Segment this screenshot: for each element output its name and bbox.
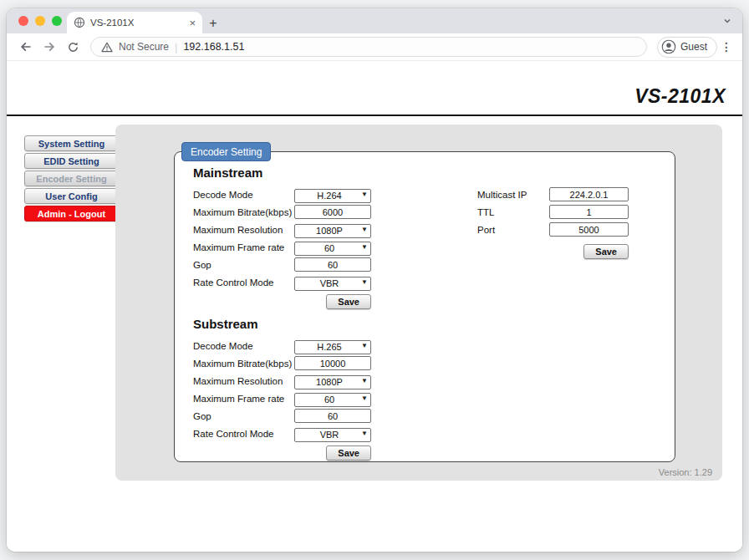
field-label: Gop bbox=[193, 411, 294, 421]
multicast-ip-row: Multicast IP bbox=[477, 187, 629, 201]
globe-favicon-icon bbox=[74, 17, 85, 28]
substream-resolution-select[interactable]: 1080P bbox=[294, 375, 371, 389]
encoder-setting-panel: Encoder Setting Mainstream Decode Mode H… bbox=[174, 151, 675, 462]
substream-rate-control-row: Rate Control Mode VBR▼ bbox=[193, 426, 477, 440]
field-label: Maximum Frame rate bbox=[193, 394, 294, 404]
zoom-window-button[interactable] bbox=[52, 16, 62, 26]
mainstream-framerate-row: Maximum Frame rate 60▼ bbox=[193, 240, 477, 254]
new-tab-button[interactable]: + bbox=[202, 13, 224, 33]
tab-strip: VS-2101X × + bbox=[7, 8, 742, 33]
field-label: TTL bbox=[477, 207, 549, 217]
sidebar-item-user-config[interactable]: User Config bbox=[24, 188, 119, 204]
field-label: Rate Control Mode bbox=[193, 277, 294, 288]
mainstream-resolution-row: Maximum Resolution 1080P▼ bbox=[193, 222, 477, 237]
field-label: Maximum Bitrate(kbps) bbox=[193, 359, 294, 369]
substream-gop-input[interactable] bbox=[294, 409, 371, 423]
mainstream-decode-mode-select[interactable]: H.264 bbox=[294, 189, 371, 203]
content-panel: Encoder Setting Mainstream Decode Mode H… bbox=[115, 125, 722, 481]
mainstream-resolution-select[interactable]: 1080P bbox=[294, 224, 371, 238]
encoder-setting-badge: Encoder Setting bbox=[181, 142, 271, 161]
page-body: System Setting EDID Setting Encoder Sett… bbox=[7, 116, 742, 552]
tab-close-icon[interactable]: × bbox=[189, 18, 196, 28]
substream-decode-mode-row: Decode Mode H.265▼ bbox=[193, 339, 477, 353]
field-label: Multicast IP bbox=[477, 190, 549, 200]
sidebar-item-admin-logout[interactable]: Admin - Logout bbox=[24, 206, 119, 221]
mainstream-gop-row: Gop bbox=[193, 257, 477, 272]
reload-icon[interactable] bbox=[62, 36, 84, 58]
close-window-button[interactable] bbox=[18, 16, 28, 26]
kebab-menu-icon[interactable]: ⋮ bbox=[719, 40, 734, 53]
sidebar-item-edid-setting[interactable]: EDID Setting bbox=[24, 153, 119, 169]
substream-heading: Substream bbox=[193, 317, 477, 331]
back-icon[interactable] bbox=[15, 36, 37, 58]
avatar-icon bbox=[661, 39, 676, 54]
mainstream-bitrate-row: Maximum Bitrate(kbps) bbox=[193, 205, 477, 219]
field-label: Maximum Resolution bbox=[193, 376, 294, 386]
mainstream-framerate-select[interactable]: 60 bbox=[294, 242, 371, 256]
substream-framerate-row: Maximum Frame rate 60▼ bbox=[193, 391, 477, 405]
profile-button[interactable]: Guest bbox=[657, 37, 717, 58]
mainstream-bitrate-input[interactable] bbox=[294, 205, 371, 219]
tab-title: VS-2101X bbox=[90, 18, 184, 28]
substream-bitrate-input[interactable] bbox=[294, 356, 371, 370]
port-row: Port bbox=[477, 222, 629, 237]
warning-icon bbox=[101, 42, 113, 53]
field-label: Decode Mode bbox=[193, 341, 294, 351]
traffic-lights bbox=[18, 16, 62, 26]
multicast-settings-column: Multicast IP TTL Port Save bbox=[477, 165, 629, 468]
field-label: Port bbox=[477, 225, 549, 235]
substream-rate-control-select[interactable]: VBR bbox=[294, 428, 371, 442]
multicast-save-button[interactable]: Save bbox=[583, 244, 629, 259]
page-title: VS-2101X bbox=[634, 85, 726, 108]
mainstream-rate-control-row: Rate Control Mode VBR▼ bbox=[193, 275, 477, 289]
stream-settings-column: Mainstream Decode Mode H.264▼ Maximum Bi… bbox=[193, 165, 477, 468]
substream-framerate-select[interactable]: 60 bbox=[294, 393, 371, 407]
mainstream-rate-control-select[interactable]: VBR bbox=[294, 277, 371, 291]
port-input[interactable] bbox=[549, 222, 629, 237]
mainstream-heading: Mainstream bbox=[193, 165, 477, 180]
ttl-input[interactable] bbox=[549, 205, 629, 219]
browser-tab[interactable]: VS-2101X × bbox=[67, 12, 202, 33]
mainstream-save-button[interactable]: Save bbox=[326, 294, 371, 309]
page-header: VS-2101X bbox=[7, 61, 742, 116]
field-label: Rate Control Mode bbox=[193, 429, 294, 439]
substream-decode-mode-select[interactable]: H.265 bbox=[294, 340, 371, 354]
address-separator: | bbox=[175, 41, 177, 53]
version-label: Version: 1.29 bbox=[659, 467, 712, 477]
url-text: 192.168.1.51 bbox=[183, 41, 244, 53]
browser-window: VS-2101X × + Not Secure | 192.168.1.51 bbox=[7, 8, 742, 552]
minimize-window-button[interactable] bbox=[35, 16, 45, 26]
mainstream-gop-input[interactable] bbox=[294, 257, 371, 272]
sidebar-item-system-setting[interactable]: System Setting bbox=[24, 135, 119, 151]
profile-label: Guest bbox=[680, 41, 707, 53]
field-label: Maximum Frame rate bbox=[193, 242, 294, 252]
mainstream-decode-mode-row: Decode Mode H.264▼ bbox=[193, 187, 477, 201]
chevron-down-icon[interactable] bbox=[722, 16, 732, 26]
field-label: Decode Mode bbox=[193, 190, 294, 200]
browser-toolbar: Not Secure | 192.168.1.51 Guest ⋮ bbox=[7, 33, 742, 61]
field-label: Maximum Bitrate(kbps) bbox=[193, 207, 294, 217]
substream-bitrate-row: Maximum Bitrate(kbps) bbox=[193, 356, 477, 370]
field-label: Gop bbox=[193, 260, 294, 270]
sidebar: System Setting EDID Setting Encoder Sett… bbox=[24, 135, 119, 221]
substream-gop-row: Gop bbox=[193, 409, 477, 423]
security-label: Not Secure bbox=[119, 41, 169, 53]
sidebar-item-encoder-setting[interactable]: Encoder Setting bbox=[24, 171, 119, 186]
field-label: Maximum Resolution bbox=[193, 225, 294, 235]
substream-resolution-row: Maximum Resolution 1080P▼ bbox=[193, 374, 477, 388]
forward-icon[interactable] bbox=[38, 36, 60, 58]
multicast-ip-input[interactable] bbox=[549, 187, 629, 201]
ttl-row: TTL bbox=[477, 205, 629, 219]
substream-save-button[interactable]: Save bbox=[326, 445, 371, 461]
address-bar[interactable]: Not Secure | 192.168.1.51 bbox=[90, 37, 647, 57]
